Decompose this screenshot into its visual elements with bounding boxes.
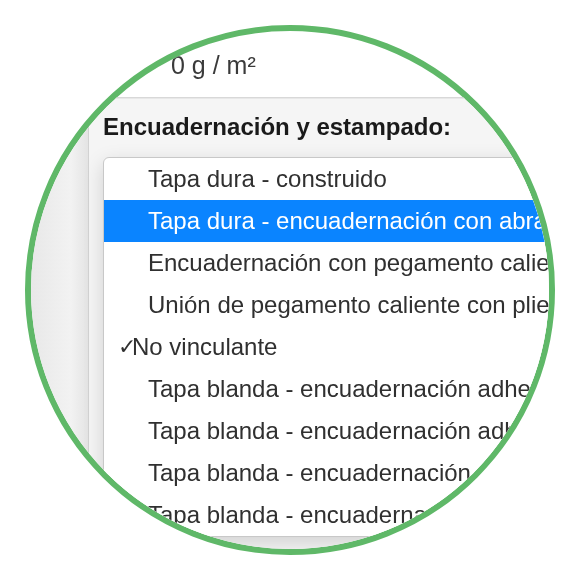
option-label: Encuadernación con pegamento calie [148, 249, 550, 277]
dropdown-option[interactable]: Tapa dura - construido [104, 158, 555, 200]
dropdown-option[interactable]: Tapa blanda - encuadernación [104, 494, 555, 536]
option-label: Tapa dura - encuadernación con abra [148, 207, 547, 235]
section-divider [31, 97, 549, 99]
dropdown-option[interactable]: Tapa dura - encuadernación con abra [104, 200, 555, 242]
option-label: Tapa dura - construido [148, 165, 387, 193]
checkmark-icon: ✓ [118, 334, 136, 360]
dropdown-option[interactable]: Tapa blanda - encuadernación adhe [104, 410, 555, 452]
option-label: Tapa blanda - encuadernación [148, 501, 471, 529]
option-label: Tapa blanda - encuadernación adhe [148, 417, 531, 445]
option-label: Unión de pegamento caliente con plie [148, 291, 550, 319]
dropdown-option[interactable]: Tapa blanda - encuadernación adhes [104, 368, 555, 410]
option-label: Tapa blanda - encuadernación adhes [148, 375, 543, 403]
dropdown-option[interactable]: Tapa blanda - encuadernación ad [104, 452, 555, 494]
binding-dropdown-menu[interactable]: Tapa dura - construido Tapa dura - encua… [103, 157, 555, 537]
binding-section-label: Encuadernación y estampado: [103, 113, 451, 141]
window-left-gutter [31, 97, 89, 549]
option-label: Tapa blanda - encuadernación ad [148, 459, 504, 487]
option-label: No vinculante [132, 333, 277, 361]
paper-weight-value: 0 g / m² [171, 51, 256, 80]
dropdown-option[interactable]: ✓ No vinculante [104, 326, 555, 368]
dropdown-option[interactable]: Unión de pegamento caliente con plie [104, 284, 555, 326]
dropdown-option[interactable]: Encuadernación con pegamento calie [104, 242, 555, 284]
circular-viewport: 0 g / m² Encuadernación y estampado: Tap… [25, 25, 555, 555]
